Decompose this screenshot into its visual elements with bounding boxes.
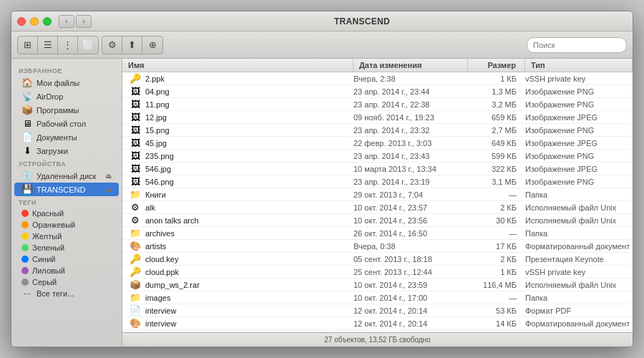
sidebar-item-yellow[interactable]: Желтый (14, 231, 119, 242)
file-name: alk (145, 203, 353, 212)
transcend-eject[interactable]: ⏏ (105, 185, 112, 193)
table-row[interactable]: 🖼 546.jpg 10 марта 2013 г., 13:34 322 КБ… (122, 163, 633, 175)
col-header-type[interactable]: Тип (525, 59, 633, 72)
table-row[interactable]: ⚙ anon talks arch 10 окт. 2014 г., 23:56… (122, 214, 633, 227)
sidebar-item-programs[interactable]: 📦 Программы (14, 103, 119, 117)
file-size: 1 КБ (468, 268, 525, 276)
yellow-tag-dot (21, 233, 29, 240)
sidebar-item-all-tags[interactable]: ⋯ Все теги... (14, 288, 119, 299)
icon-view-button[interactable]: ⊞ (18, 37, 38, 54)
sidebar-item-remote-disk[interactable]: 💿 Удаленный диск ⏏ (14, 169, 119, 183)
sidebar-item-my-files[interactable]: 🏠 Мои файлы (14, 76, 119, 90)
content-area: Имя Дата изменения Размер Тип 🔑 2.ppk Вч… (122, 59, 633, 347)
table-row[interactable]: 🖼 15.png 23 апр. 2014 г., 23:32 2,7 МБ И… (122, 124, 633, 137)
status-text: 27 объектов, 13,52 ГБ свободно (324, 336, 430, 344)
file-icon: 🖼 (122, 125, 145, 135)
file-type: Изображение PNG (525, 87, 633, 96)
table-row[interactable]: 📁 archives 26 окт. 2014 г., 16:50 — Папк… (122, 227, 633, 240)
list-view-button[interactable]: ☰ (38, 37, 58, 54)
remote-disk-eject[interactable]: ⏏ (105, 172, 112, 180)
table-row[interactable]: 📁 Книги 29 окт. 2013 г., 7:04 — Папка (122, 188, 633, 201)
coverflow-view-button[interactable]: ⬜ (78, 37, 98, 54)
table-row[interactable]: 🖼 546.png 23 апр. 2014 г., 23:19 3,1 МБ … (122, 175, 633, 188)
table-row[interactable]: 🖼 235.png 23 апр. 2014 г., 23:43 599 КБ … (122, 150, 633, 163)
file-date: 12 окт. 2014 г., 20:14 (353, 319, 468, 328)
sidebar-item-orange[interactable]: Оранжевый (14, 219, 119, 231)
sidebar-item-green[interactable]: Зеленый (14, 242, 119, 253)
window-title: TRANSCEND (97, 16, 627, 26)
file-type: Исполняемый файл Unix (525, 216, 633, 225)
minimize-button[interactable] (30, 17, 39, 26)
forward-button[interactable]: › (76, 15, 92, 28)
file-size: 2,7 МБ (468, 126, 525, 135)
column-view-button[interactable]: ⋮ (58, 37, 78, 54)
file-size: — (468, 190, 525, 199)
action-button[interactable]: ⊕ (142, 37, 162, 54)
file-name: 11.png (145, 100, 353, 109)
file-name: 15.png (145, 126, 353, 135)
remote-disk-icon: 💿 (21, 170, 33, 181)
sidebar-label-desktop: Рабочий стол (36, 120, 86, 128)
table-row[interactable]: 📁 images 10 окт. 2014 г., 17:00 — Папка (122, 291, 633, 304)
sidebar-label-red: Красный (32, 209, 64, 218)
file-icon: 🖼 (122, 176, 145, 187)
table-row[interactable]: 🖼 45.jpg 22 февр. 2013 г., 3:03 649 КБ И… (122, 137, 633, 150)
sidebar-item-desktop[interactable]: 🖥 Рабочий стол (14, 117, 119, 130)
arrange-button[interactable]: ⚙ (102, 37, 122, 54)
sidebar-item-airdrop[interactable]: 📡 AirDrop (14, 90, 119, 103)
file-icon: 🔑 (122, 73, 145, 84)
sidebar-label-all-tags: Все теги... (36, 289, 74, 298)
file-type: vSSH private key (525, 268, 633, 276)
sidebar-item-gray[interactable]: Серый (14, 276, 119, 288)
table-row[interactable]: 🖼 04.png 23 апр. 2014 г., 23:44 1,3 МБ И… (122, 85, 633, 98)
file-icon: 📁 (122, 292, 145, 303)
file-date: 10 окт. 2014 г., 17:00 (353, 294, 468, 302)
file-date: 10 окт. 2014 г., 23:59 (353, 281, 468, 289)
favorites-section-title: ИЗБРАННОЕ (11, 64, 122, 76)
table-row[interactable]: 📦 dump_ws_2.rar 10 окт. 2014 г., 23:59 1… (122, 279, 633, 291)
file-icon: 🎨 (122, 318, 145, 329)
file-icon: 📁 (122, 189, 145, 200)
file-icon: 📁 (122, 228, 145, 238)
file-icon: 🖼 (122, 112, 145, 122)
sidebar-label-my-files: Мои файлы (36, 79, 79, 87)
table-row[interactable]: ⚙ alk 10 окт. 2014 г., 23:57 2 КБ Исполн… (122, 201, 633, 214)
sidebar-item-documents[interactable]: 📄 Документы (14, 130, 119, 144)
table-row[interactable]: 🎨 artists Вчера, 0:38 17 КБ Форматирован… (122, 240, 633, 253)
sidebar: ИЗБРАННОЕ 🏠 Мои файлы 📡 AirDrop 📦 Програ… (11, 59, 122, 347)
file-date: Вчера, 2:38 (353, 74, 468, 83)
file-name: images (145, 294, 353, 302)
fullscreen-button[interactable] (43, 17, 52, 26)
table-row[interactable]: 📄 interview 12 окт. 2014 г., 20:14 53 КБ… (122, 304, 633, 317)
file-date: 23 апр. 2014 г., 22:38 (353, 100, 468, 109)
close-button[interactable] (17, 17, 26, 26)
file-size: 1,3 МБ (468, 87, 525, 96)
table-row[interactable]: 🔑 cloud.ppk 25 сент. 2013 г., 12:44 1 КБ… (122, 266, 633, 279)
file-name: artists (145, 242, 353, 251)
file-date: 05 сент. 2013 г., 18:18 (353, 255, 468, 263)
col-header-date[interactable]: Дата изменения (353, 59, 468, 72)
table-row[interactable]: 🔑 cloud.key 05 сент. 2013 г., 18:18 2 КБ… (122, 253, 633, 266)
file-size: 3,1 МБ (468, 178, 525, 186)
file-name: interview (145, 319, 353, 328)
sidebar-item-blue[interactable]: Синий (14, 253, 119, 265)
file-size: 30 КБ (468, 216, 525, 225)
sidebar-item-transcend[interactable]: 💾 TRANSCEND ⏏ (14, 183, 119, 196)
share-button[interactable]: ⬆ (122, 37, 142, 54)
table-row[interactable]: 🖼 12.jpg 09 нояб. 2014 г., 19:23 659 КБ … (122, 111, 633, 124)
table-row[interactable]: 🎨 interview 12 окт. 2014 г., 20:14 14 КБ… (122, 317, 633, 330)
sidebar-label-orange: Оранжевый (32, 221, 75, 229)
table-row[interactable]: 🔑 2.ppk Вчера, 2:38 1 КБ vSSH private ke… (122, 72, 633, 85)
file-type: Формат PDF (525, 306, 633, 315)
back-button[interactable]: ‹ (59, 15, 74, 28)
blue-tag-dot (21, 256, 29, 263)
search-input[interactable] (527, 37, 627, 53)
col-header-size[interactable]: Размер (468, 59, 525, 72)
col-header-name[interactable]: Имя (122, 59, 353, 72)
sidebar-item-red[interactable]: Красный (14, 208, 119, 219)
file-name: archives (145, 229, 353, 238)
table-row[interactable]: 🖼 11.png 23 апр. 2014 г., 22:38 3,2 МБ И… (122, 98, 633, 111)
sidebar-item-purple[interactable]: Лиловый (14, 265, 119, 276)
file-date: 09 нояб. 2014 г., 19:23 (353, 113, 468, 122)
sidebar-item-downloads[interactable]: ⬇ Загрузки (14, 144, 119, 158)
